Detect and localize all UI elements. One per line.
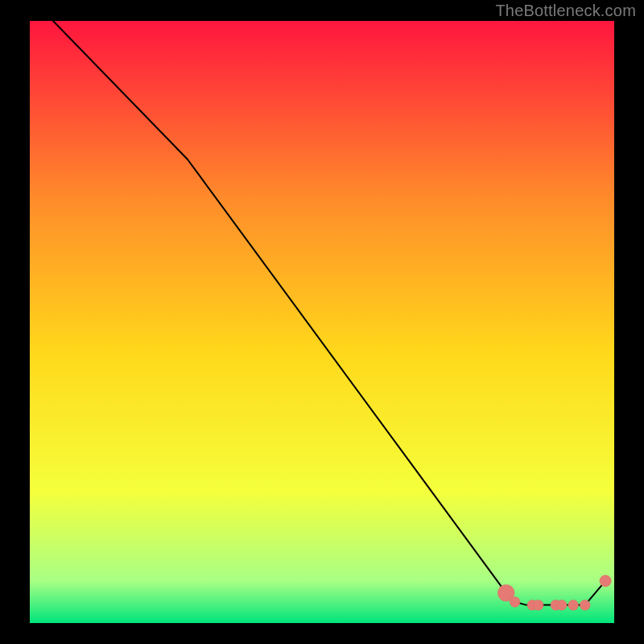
chart-svg <box>30 21 614 623</box>
end-marker <box>600 575 611 586</box>
gradient-background <box>30 21 614 623</box>
cluster-marker <box>580 600 590 610</box>
chart-frame: TheBottleneck.com <box>0 0 644 644</box>
cluster-marker <box>533 600 543 610</box>
cluster-marker <box>510 597 520 607</box>
cluster-marker <box>568 600 579 610</box>
plot-area <box>30 21 614 623</box>
cluster-marker <box>556 600 567 610</box>
watermark-text: TheBottleneck.com <box>495 2 636 20</box>
